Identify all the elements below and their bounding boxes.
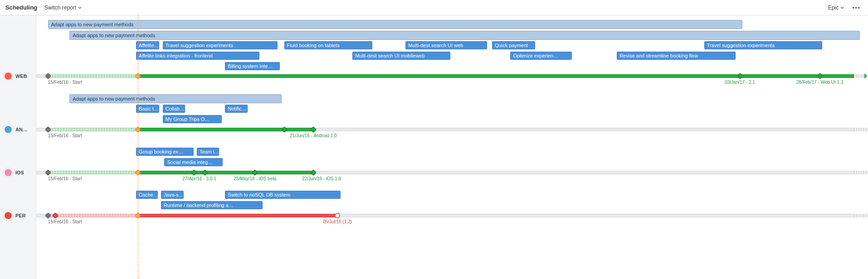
axis-tick-label: 05/Jul/16 (1.2): [323, 219, 352, 224]
epic-group-bar[interactable]: Adapt apps to new payment methods: [48, 20, 742, 29]
axis-prefill: [49, 74, 138, 78]
axis-fill: [138, 74, 867, 78]
lane-axis: [36, 171, 868, 174]
task-bar[interactable]: Affelite links integration - frontend: [136, 52, 259, 60]
axis-end-hatch: [854, 214, 868, 217]
task-bar[interactable]: Revise and streamline booking flow: [617, 52, 736, 60]
view-mode-label: Epic: [828, 5, 839, 11]
task-bar[interactable]: Basic t…: [136, 105, 159, 113]
task-bar[interactable]: Fluid booking on tablets: [284, 41, 372, 49]
lane-avatar-icon: [4, 211, 13, 220]
lane-label: AN…: [4, 125, 28, 134]
task-bar[interactable]: Java-s…: [161, 191, 184, 199]
lane-axis: [36, 74, 868, 78]
more-actions-button[interactable]: •••: [850, 3, 863, 13]
lane-axis: [36, 214, 868, 217]
epic-group-bar[interactable]: Adapt apps to new payment methods: [69, 31, 859, 40]
task-bar[interactable]: Team i…: [197, 148, 219, 156]
lane-name: PER: [15, 213, 26, 218]
header-right: Epic •••: [828, 3, 863, 13]
axis-fill: [138, 171, 314, 174]
lane-sidebar: WEBAN…IOSPER: [0, 15, 36, 279]
task-bar[interactable]: Billing system inte…: [225, 62, 280, 70]
axis-prefill: [49, 171, 138, 174]
task-bar[interactable]: Multi-dest search UI mobileweb: [352, 52, 450, 60]
lane-axis: [36, 128, 868, 131]
task-bar[interactable]: Optimize experien…: [510, 52, 572, 60]
axis-end-hatch: [854, 171, 868, 174]
task-bar[interactable]: My Group Trips O…: [163, 115, 222, 123]
axis-tick-label: 15/Feb/16 - Start: [48, 133, 82, 138]
lane-label: PER: [4, 211, 26, 220]
axis-prefill: [49, 214, 138, 217]
lane-name: IOS: [15, 170, 24, 175]
axis-tick-label: 21/Jun/16 - Android 1.0: [290, 133, 336, 138]
switch-report-dropdown[interactable]: Switch report: [44, 5, 82, 11]
axis-tick-label: 03/Jan/17 - 2.1: [725, 80, 755, 85]
task-bar[interactable]: Group booking ex…: [136, 148, 194, 156]
task-bar[interactable]: Cache …: [136, 191, 158, 199]
report-title: Scheduling: [5, 4, 37, 11]
header-left: Scheduling Switch report: [5, 4, 82, 11]
task-bar[interactable]: Multi-dest search UI web: [405, 41, 487, 49]
lane-label: IOS: [4, 168, 24, 177]
axis-tick-label: 15/Feb/16 - Start: [48, 176, 82, 181]
task-bar[interactable]: Travel suggestion experiments: [163, 41, 278, 49]
lane-name: AN…: [15, 127, 28, 132]
axis-tick-label: 28/Feb/17 - Web UI 1.3: [796, 80, 844, 85]
main: WEBAN…IOSPER Adapt apps to new payment m…: [0, 15, 868, 279]
task-bar[interactable]: Runtime / backend profiling a…: [161, 201, 263, 209]
task-bar[interactable]: Switch to noSQL DB system: [225, 191, 341, 199]
epic-group-bar[interactable]: Adapt apps to new payment methods: [69, 94, 282, 103]
axis-end-hatch: [854, 128, 868, 131]
today-line: [138, 15, 138, 279]
task-bar[interactable]: Travel suggestion experiments: [704, 41, 822, 49]
axis-tick-label: 25/May/16 - iOS beta: [234, 176, 277, 181]
timeline[interactable]: Adapt apps to new payment methodsAdapt a…: [36, 15, 868, 279]
caret-down-icon: [78, 6, 82, 9]
lane-label: WEB: [4, 72, 27, 81]
view-mode-dropdown[interactable]: Epic: [828, 5, 844, 11]
milestone-marker[interactable]: [864, 73, 868, 79]
task-bar[interactable]: Social media integ…: [164, 158, 222, 166]
task-bar[interactable]: Quick payment: [492, 41, 535, 49]
lane-avatar-icon: [4, 125, 13, 134]
axis-tick-label: 27/Apr/16 - 3.0.1: [182, 176, 216, 181]
task-bar[interactable]: Notific…: [225, 105, 248, 113]
axis-tick-label: 15/Feb/16 - Start: [48, 80, 82, 85]
axis-prefill: [49, 128, 138, 131]
switch-report-label: Switch report: [44, 5, 76, 11]
axis-fill: [138, 214, 338, 217]
header: Scheduling Switch report Epic •••: [0, 0, 868, 15]
axis-tick-label: 15/Feb/16 - Start: [48, 219, 82, 224]
task-bar[interactable]: Collab…: [163, 105, 185, 113]
caret-down-icon: [840, 6, 844, 9]
release-marker[interactable]: [335, 213, 340, 218]
task-bar[interactable]: Affelite…: [136, 41, 159, 49]
lane-avatar-icon: [4, 168, 13, 177]
lane-avatar-icon: [4, 72, 13, 81]
axis-tick-label: 22/Jun/16 - iOS 1.0: [302, 176, 341, 181]
lane-name: WEB: [15, 73, 27, 79]
